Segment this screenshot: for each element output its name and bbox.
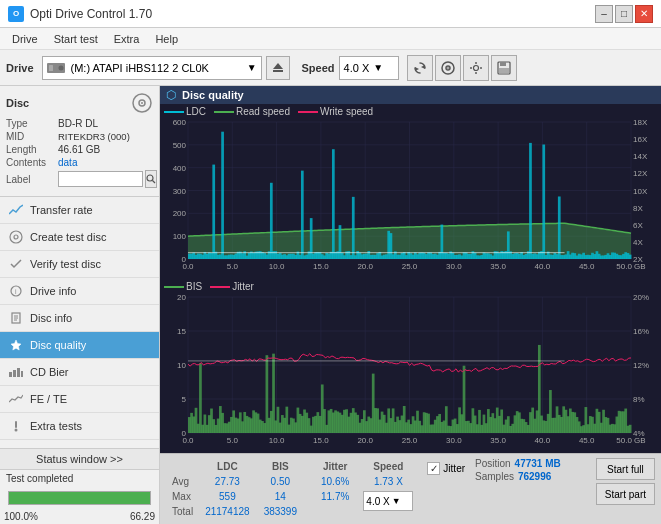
toolbar-icons — [407, 55, 517, 81]
disc-section-label: Disc — [6, 97, 29, 109]
disc-quality-label: Disc quality — [30, 339, 86, 351]
app-title: Opti Drive Control 1.70 — [30, 7, 152, 21]
upper-chart: LDC Read speed Write speed — [160, 104, 661, 279]
menu-extra[interactable]: Extra — [106, 31, 148, 47]
avg-row-label: Avg — [168, 475, 197, 488]
refresh-button[interactable] — [407, 55, 433, 81]
sidebar-item-verify-test-disc[interactable]: Verify test disc — [0, 251, 159, 278]
drive-toolbar: Drive (M:) ATAPI iHBS112 2 CL0K ▼ Speed … — [0, 50, 661, 86]
lower-legend: BIS Jitter — [164, 281, 254, 292]
settings-button[interactable] — [463, 55, 489, 81]
drive-info-label: Drive info — [30, 285, 76, 297]
svg-rect-17 — [499, 68, 509, 73]
write-speed-color — [298, 111, 318, 113]
svg-marker-6 — [415, 67, 419, 71]
stats-table: LDC BIS Jitter Speed Avg 27.73 0.50 10.6… — [166, 458, 421, 520]
sidebar-item-cd-bier[interactable]: CD Bier — [0, 359, 159, 386]
max-ldc: 559 — [199, 490, 256, 503]
jitter-legend-label: Jitter — [232, 281, 254, 292]
disc-button[interactable] — [435, 55, 461, 81]
label-search-button[interactable] — [145, 170, 157, 188]
samples-value: 762996 — [518, 471, 551, 482]
sidebar-item-disc-info[interactable]: Disc info — [0, 305, 159, 332]
close-button[interactable]: ✕ — [635, 5, 653, 23]
drive-select[interactable]: (M:) ATAPI iHBS112 2 CL0K ▼ — [42, 56, 262, 80]
svg-point-20 — [141, 102, 143, 104]
label-input[interactable] — [58, 171, 143, 187]
drive-icon — [47, 61, 67, 75]
samples-label: Samples — [475, 471, 514, 482]
jitter-checkbox-label: Jitter — [443, 463, 465, 474]
sidebar-item-drive-info[interactable]: i Drive info — [0, 278, 159, 305]
extra-tests-label: Extra tests — [30, 420, 82, 432]
fe-te-chart-icon — [9, 394, 23, 404]
sidebar-item-disc-quality[interactable]: Disc quality — [0, 332, 159, 359]
save-button[interactable] — [491, 55, 517, 81]
svg-point-37 — [15, 429, 18, 432]
max-bis: 14 — [258, 490, 303, 503]
contents-label: Contents — [6, 157, 58, 168]
star-icon — [10, 339, 22, 351]
menu-help[interactable]: Help — [147, 31, 186, 47]
position-samples: Position 47731 MB Samples 762996 — [475, 458, 561, 482]
upper-chart-canvas — [160, 104, 661, 279]
svg-rect-1 — [49, 65, 53, 71]
jitter-header: Jitter — [315, 460, 355, 473]
chart-title: Disc quality — [182, 89, 244, 101]
cd-bier-label: CD Bier — [30, 366, 69, 378]
bar-chart-icon — [9, 367, 23, 377]
bis-color — [164, 286, 184, 288]
speed-select[interactable]: 4.0 X ▼ — [339, 56, 399, 80]
svg-rect-12 — [475, 72, 476, 74]
search-icon — [146, 174, 156, 184]
type-value: BD-R DL — [58, 118, 98, 129]
svg-rect-16 — [500, 62, 506, 66]
svg-point-23 — [10, 231, 22, 243]
status-window-button[interactable]: Status window >> — [0, 449, 159, 470]
svg-marker-31 — [11, 340, 21, 350]
disc-info-icon — [8, 310, 24, 326]
checkmark-icon: ✓ — [430, 463, 438, 474]
stats-data-table: LDC BIS Jitter Speed Avg 27.73 0.50 10.6… — [166, 458, 421, 520]
speed-dropdown-arrow: ▼ — [373, 62, 383, 73]
type-label: Type — [6, 118, 58, 129]
ldc-color — [164, 111, 184, 113]
action-buttons: Start full Start part — [596, 458, 655, 505]
svg-rect-36 — [15, 421, 17, 428]
status-text: Test completed — [0, 470, 159, 487]
menu-start-test[interactable]: Start test — [46, 31, 106, 47]
speed-select-dropdown[interactable]: 4.0 X ▼ — [363, 491, 413, 511]
jitter-checkbox[interactable]: ✓ — [427, 462, 440, 475]
legend-bis: BIS — [164, 281, 202, 292]
svg-marker-3 — [273, 63, 283, 69]
bottom-panel: LDC BIS Jitter Speed Avg 27.73 0.50 10.6… — [160, 453, 661, 524]
avg-ldc: 27.73 — [199, 475, 256, 488]
start-full-button[interactable]: Start full — [596, 458, 655, 480]
wrench-icon — [10, 420, 22, 432]
drive-label: Drive — [6, 62, 34, 74]
eject-button[interactable] — [266, 56, 290, 80]
maximize-button[interactable]: □ — [615, 5, 633, 23]
legend-read-speed: Read speed — [214, 106, 290, 117]
max-jitter: 11.7% — [315, 490, 355, 503]
sidebar-item-fe-te[interactable]: FE / TE — [0, 386, 159, 413]
sidebar-item-create-test-disc[interactable]: Create test disc — [0, 224, 159, 251]
lower-chart: BIS Jitter — [160, 279, 661, 453]
svg-point-10 — [473, 65, 478, 70]
svg-text:i: i — [15, 288, 17, 295]
nav-items: Transfer rate Create test disc Verify — [0, 197, 159, 448]
sidebar-item-transfer-rate[interactable]: Transfer rate — [0, 197, 159, 224]
verify-icon — [8, 256, 24, 272]
menu-drive[interactable]: Drive — [4, 31, 46, 47]
speed-select-value: 4.0 X — [366, 496, 389, 507]
svg-rect-4 — [273, 70, 283, 72]
svg-rect-33 — [13, 370, 16, 377]
disc-panel: Disc Type BD-R DL MID RITEKDR3 (000) Len… — [0, 86, 159, 197]
minimize-button[interactable]: – — [595, 5, 613, 23]
sidebar-item-extra-tests[interactable]: Extra tests — [0, 413, 159, 440]
start-part-button[interactable]: Start part — [596, 483, 655, 505]
title-bar: O Opti Drive Control 1.70 – □ ✕ — [0, 0, 661, 28]
speed-dropdown-arrow2: ▼ — [392, 496, 401, 506]
drive-info-icon: i — [8, 283, 24, 299]
legend-ldc: LDC — [164, 106, 206, 117]
